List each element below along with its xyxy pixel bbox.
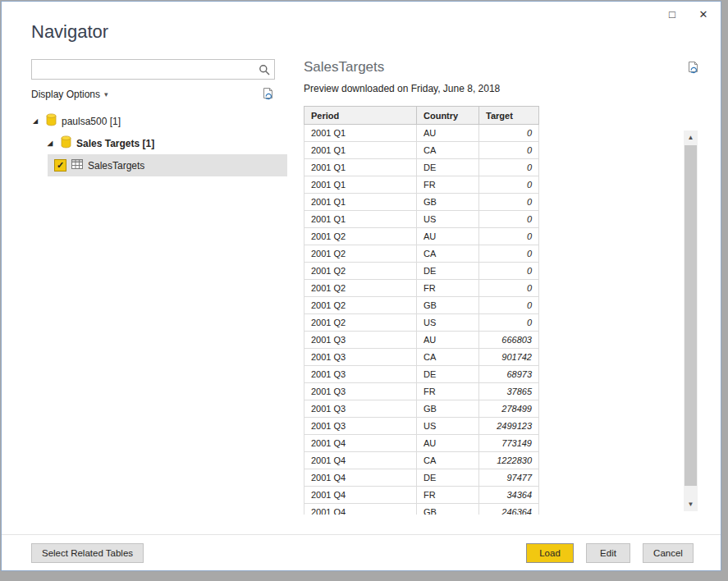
table-row: 2001 Q3DE68973 [304,366,539,383]
tree-item-sales-targets[interactable]: ◢ Sales Targets [1] [31,132,287,154]
table-cell: FR [417,280,479,297]
table-cell: CA [417,349,479,366]
expand-triangle-icon[interactable]: ◢ [48,140,56,148]
table-cell: 37865 [479,383,539,400]
table-cell: 2001 Q3 [304,349,417,366]
table-cell: CA [417,452,479,469]
table-cell: 0 [479,314,539,332]
table-cell: 2001 Q3 [304,400,417,418]
tree-item-salestargets[interactable]: ✓ SalesTargets [48,154,287,176]
table-cell: 0 [479,280,539,297]
column-header-period: Period [304,107,417,125]
page-title: Navigator [31,21,108,43]
table-cell: 2001 Q2 [304,314,417,332]
dialog-footer: Select Related Tables Load Edit Cancel [2,534,721,570]
load-button[interactable]: Load [526,543,574,563]
table-row: 2001 Q3US2499123 [304,418,539,435]
edit-button[interactable]: Edit [586,543,630,563]
table-cell: 2001 Q4 [304,435,417,452]
navigator-dialog: □ ✕ Navigator Display Options ▾ [1,1,721,571]
table-cell: 0 [479,125,539,142]
table-cell: 97477 [479,469,539,487]
table-cell: 901742 [479,349,539,366]
table-cell: 0 [479,176,539,194]
refresh-preview-icon[interactable] [686,61,701,75]
expand-triangle-icon[interactable]: ◢ [33,117,41,126]
refresh-navigator-icon[interactable] [261,87,276,102]
table-cell: 773149 [479,435,539,452]
preview-title: SalesTargets [304,59,384,75]
preview-table-container: Period Country Target 2001 Q1AU02001 Q1C… [304,106,540,515]
tree-item-label: Sales Targets [1] [76,138,154,149]
table-row: 2001 Q3CA901742 [304,349,539,366]
table-row: 2001 Q1FR0 [304,176,539,194]
tree-item-paulsa500[interactable]: ◢ paulsa500 [1] [31,110,287,132]
table-cell: 2001 Q4 [304,452,417,469]
table-cell: DE [417,366,479,383]
table-row: 2001 Q2GB0 [304,297,539,314]
table-row: 2001 Q1US0 [304,211,539,228]
table-row: 2001 Q2US0 [304,314,539,332]
table-cell: 2001 Q3 [304,383,417,400]
table-cell: 2001 Q2 [304,280,417,297]
table-cell: 246364 [479,504,539,515]
select-related-tables-button[interactable]: Select Related Tables [31,543,144,563]
navigator-tree: ◢ paulsa500 [1] ◢ Sales Targets [1] ✓ [31,110,287,176]
table-cell: CA [417,245,479,263]
footer-action-buttons: Load Edit Cancel [526,543,694,563]
table-cell: 68973 [479,366,539,383]
table-cell: 2001 Q1 [304,159,417,176]
table-row: 2001 Q2CA0 [304,245,539,263]
table-cell: FR [417,383,479,400]
table-cell: 2001 Q3 [304,366,417,383]
table-row: 2001 Q1GB0 [304,194,539,211]
tree-item-label: paulsa500 [1] [62,116,121,127]
table-cell: FR [417,176,479,194]
salestargets-checkbox[interactable]: ✓ [54,159,66,172]
search-icon[interactable] [254,60,274,79]
scroll-down-icon[interactable]: ▼ [684,497,698,511]
preview-table-body: 2001 Q1AU02001 Q1CA02001 Q1DE02001 Q1FR0… [304,125,539,515]
table-row: 2001 Q2AU0 [304,228,539,245]
table-cell: GB [417,400,479,418]
table-cell: 2001 Q1 [304,194,417,211]
search-box [31,59,275,80]
scroll-up-icon[interactable]: ▲ [684,130,698,144]
scrollbar-thumb[interactable] [685,145,697,486]
table-cell: 2001 Q1 [304,176,417,194]
table-cell: US [417,314,479,332]
preview-subtitle: Preview downloaded on Friday, June 8, 20… [304,83,500,94]
table-cell: 1222830 [479,452,539,469]
database-icon [61,135,71,151]
search-input[interactable] [32,60,254,79]
table-cell: GB [417,194,479,211]
display-options-dropdown[interactable]: Display Options ▾ [31,89,108,100]
table-row: 2001 Q4AU773149 [304,435,539,452]
table-cell: 34364 [479,487,539,504]
table-row: 2001 Q3GB278499 [304,400,539,418]
table-cell: 2499123 [479,418,539,435]
preview-scrollbar[interactable]: ▲ ▼ [684,130,698,511]
close-button[interactable]: ✕ [694,7,712,23]
table-cell: FR [417,487,479,504]
table-cell: DE [417,263,479,280]
table-cell: GB [417,297,479,314]
table-row: 2001 Q2FR0 [304,280,539,297]
table-cell: 2001 Q4 [304,487,417,504]
table-cell: 2001 Q3 [304,332,417,349]
table-cell: AU [417,228,479,245]
table-cell: CA [417,142,479,159]
table-cell: AU [417,332,479,349]
table-cell: AU [417,125,479,142]
table-cell: DE [417,469,479,487]
maximize-button[interactable]: □ [663,7,681,23]
cancel-button[interactable]: Cancel [643,543,694,563]
table-cell: AU [417,435,479,452]
table-cell: 0 [479,228,539,245]
table-row: 2001 Q3FR37865 [304,383,539,400]
table-cell: 0 [479,142,539,159]
table-row: 2001 Q2DE0 [304,263,539,280]
table-cell: 2001 Q4 [304,469,417,487]
table-cell: 2001 Q1 [304,211,417,228]
table-cell: US [417,418,479,435]
